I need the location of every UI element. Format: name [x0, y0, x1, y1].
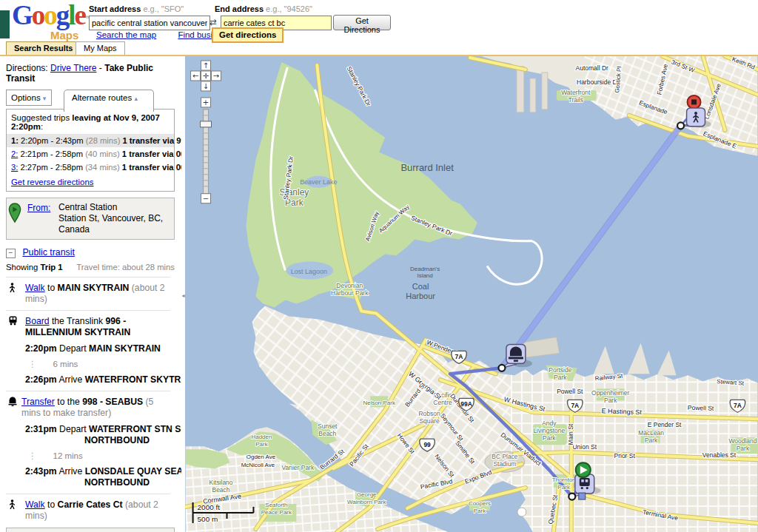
route-node-start [568, 494, 575, 500]
destination-marker[interactable] [688, 95, 701, 109]
map-label: Main St [567, 423, 574, 445]
from-address: Central StationStation St, Vancouver, BC… [58, 202, 174, 235]
header: Google™ Maps Start address e.g., "SFO" E… [0, 0, 758, 46]
map-label: Coal [412, 283, 429, 292]
map-label: Beach [318, 430, 336, 437]
step-transfer: Transfer to the 998 - SEABUS (5 mins to … [6, 397, 175, 419]
map-label: Centre [433, 399, 452, 406]
start-marker[interactable] [576, 462, 591, 477]
options-button[interactable]: Options ▾ [6, 90, 52, 106]
step-divider [6, 310, 170, 311]
step-divider [6, 391, 170, 391]
map-label: Stadium [493, 460, 516, 468]
trip-list: 1: 2:20pm - 2:43pm (28 mins) 1 transfer … [7, 134, 174, 174]
step-walk-1: Walk to MAIN SKYTRAIN (about 2 mins) [6, 283, 176, 305]
map-label: Portside [549, 366, 571, 374]
maps-wordmark: Maps [50, 29, 78, 41]
route-node-lonsdale [677, 122, 684, 129]
map-label: George [357, 491, 377, 498]
pan-center-button[interactable]: ✛ [201, 71, 211, 81]
map-label: Burrard Inlet [400, 162, 454, 173]
pan-up-button[interactable]: ↑ [201, 61, 211, 70]
collapse-transit-icon[interactable]: − [6, 249, 16, 258]
from-box: From: Central StationStation St, Vancouv… [6, 198, 175, 240]
map-label: Devonian [336, 283, 363, 290]
from-link[interactable]: From: [27, 203, 50, 213]
map-label: Union St [573, 443, 597, 451]
step-divider [6, 494, 170, 494]
map-label: Square [419, 417, 440, 425]
zoom-slider-thumb[interactable] [201, 121, 212, 127]
svg-text:+: + [203, 98, 209, 107]
map-label: Deadman's [410, 266, 440, 272]
svg-text:7A: 7A [455, 353, 463, 360]
map-label: Andy [542, 420, 557, 427]
board-link[interactable]: Board [25, 316, 50, 326]
options-row: Options ▾ Alternate routes ▴ [6, 90, 181, 109]
pan-right-button[interactable]: → [212, 71, 221, 81]
public-transit-link[interactable]: Public transit [22, 247, 74, 257]
map-label: BC Place [492, 453, 518, 460]
train-icon [8, 316, 18, 329]
pan-down-button[interactable]: ↓ [201, 81, 211, 91]
get-directions-mode-tab[interactable]: Get directions [212, 27, 284, 43]
svg-text:99: 99 [423, 441, 431, 448]
map-label: Waterfront [561, 89, 591, 96]
search-the-map-link[interactable]: Search the map [96, 30, 156, 39]
start-address-input[interactable] [89, 16, 210, 30]
tab-my-maps[interactable]: My Maps [76, 41, 125, 55]
tab-search-results[interactable]: Search Results [6, 41, 81, 55]
map-label: Harbour Park [331, 289, 369, 297]
get-directions-button[interactable]: Get Directions [333, 15, 391, 30]
alternate-routes-tab[interactable]: Alternate routes ▴ [64, 90, 154, 112]
result-tabs: Search Results My Maps [0, 41, 758, 55]
map-label: Park [604, 397, 617, 404]
transfer-arrive: 2:43pm Arrive LONSDALE QUAY SEABUS NORTH… [25, 466, 181, 488]
suggested-trips-box: Suggested trips leaving at Nov 9, 2007 2… [6, 109, 175, 192]
get-reverse-directions-link[interactable]: Get reverse directions [11, 178, 93, 186]
map-label: Park [737, 445, 750, 452]
zoom-out-button[interactable]: − [201, 194, 211, 203]
from-pin-icon [8, 202, 27, 235]
map-label: Ogden Ave [246, 454, 276, 460]
trip-row[interactable]: 1: 2:20pm - 2:43pm (28 mins) 1 transfer … [7, 134, 174, 147]
directions-panel: Directions: Drive There - Take Public Tr… [0, 58, 181, 532]
svg-text:7A: 7A [571, 402, 579, 409]
pan-left-button[interactable]: ← [191, 71, 201, 81]
map-label: Beach [212, 486, 230, 494]
walk-icon [8, 283, 16, 296]
svg-text:99A: 99A [460, 400, 472, 408]
svg-text:2000 ft: 2000 ft [198, 503, 221, 511]
map-label: Park [255, 441, 267, 448]
map-label: Park [474, 508, 486, 514]
corner-decoration [0, 10, 10, 38]
map-canvas[interactable]: Burrard InletStanleyParkBeaver LakeLost … [185, 56, 758, 532]
map-label: Nelson Park [363, 400, 395, 406]
walk-link[interactable]: Walk [25, 283, 45, 293]
suggested-trips-heading: Suggested trips leaving at Nov 9, 2007 2… [7, 110, 174, 134]
map-label: Trails [568, 96, 583, 104]
map-label: Beaver Lake [300, 178, 337, 186]
map-label: E Hastings St [601, 407, 642, 416]
map-label: Island [417, 272, 432, 279]
map-label: MacLean [638, 429, 664, 437]
route-node-waterfront [498, 365, 505, 371]
map-label: Vanier Park [282, 464, 315, 471]
transfer-link[interactable]: Transfer [21, 397, 55, 407]
trip-row[interactable]: 2: 2:21pm - 2:58pm (40 mins) 1 transfer … [7, 147, 174, 161]
svg-text:500 m: 500 m [198, 515, 218, 523]
map-label: McNicoll Ave [241, 462, 275, 468]
map-label: E Pender St [648, 421, 682, 428]
swap-addresses-icon[interactable]: ⇄ [209, 17, 217, 27]
walk-link[interactable]: Walk [25, 499, 45, 510]
svg-text:→: → [213, 72, 219, 80]
svg-text:✛: ✛ [203, 72, 209, 80]
map-label: Sunset [318, 422, 338, 430]
start-address-label: Start address e.g., "SFO" [89, 4, 184, 13]
trip-row[interactable]: 3: 2:27pm - 2:58pm (34 mins) 1 transfer … [7, 161, 174, 174]
map-label: Thornton [552, 477, 576, 483]
map-label: Powell St [557, 388, 583, 395]
drive-there-link[interactable]: Drive There [50, 63, 96, 73]
map-label: Wainborn Park [347, 499, 386, 505]
zoom-in-button[interactable]: + [201, 98, 211, 107]
